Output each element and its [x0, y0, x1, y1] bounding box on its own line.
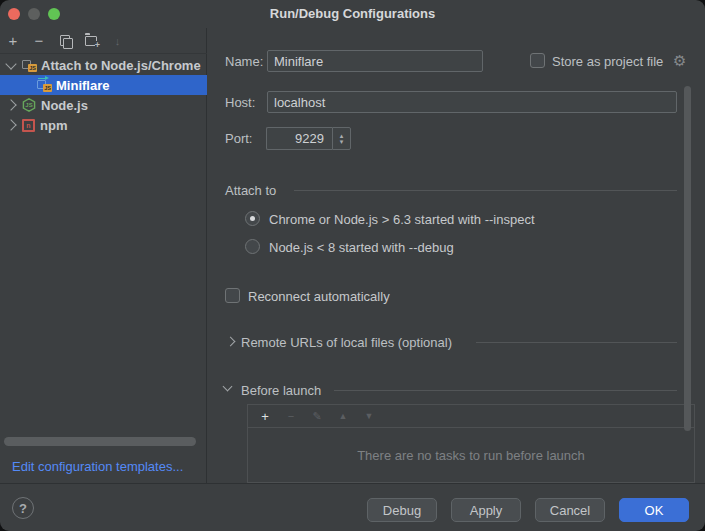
attach-to-group-label: Attach to — [225, 183, 276, 198]
move-up-icon: ▲ — [330, 411, 356, 421]
npm-icon: n — [22, 119, 35, 132]
store-as-project-file-label: Store as project file — [552, 54, 663, 69]
attach-config-icon: JS — [22, 58, 37, 72]
port-spinner: ▴ ▾ — [266, 127, 351, 150]
remove-configuration-icon[interactable]: − — [26, 30, 52, 52]
port-input[interactable] — [266, 127, 332, 150]
port-label: Port: — [225, 131, 252, 146]
dialog-footer: ? Debug Apply Cancel OK — [0, 483, 705, 531]
configuration-form: Name: Store as project file ⚙ Host: Port… — [208, 28, 705, 483]
name-label: Name: — [225, 54, 263, 69]
radio-chrome-inspect[interactable] — [245, 211, 260, 226]
tree-item-label: npm — [40, 118, 67, 133]
remote-urls-section-label[interactable]: Remote URLs of local files (optional) — [241, 335, 452, 350]
apply-button[interactable]: Apply — [451, 498, 521, 522]
attach-config-icon: JS — [37, 78, 52, 92]
tree-item-label: Node.js — [41, 98, 88, 113]
move-down-icon: ▼ — [356, 411, 382, 421]
copy-configuration-icon[interactable] — [52, 30, 78, 52]
new-folder-icon[interactable]: + — [78, 30, 104, 52]
footer-buttons: Debug Apply Cancel OK — [367, 498, 689, 522]
edit-configuration-templates-link[interactable]: Edit configuration templates... — [12, 459, 183, 474]
tree-item-label: Attach to Node.js/Chrome — [41, 58, 201, 73]
tree-item-npm[interactable]: n npm — [0, 115, 207, 135]
chevron-right-icon[interactable] — [5, 119, 16, 130]
before-launch-toolbar: + − ✎ ▲ ▼ — [248, 405, 694, 428]
radio-node-debug-label: Node.js < 8 started with --debug — [269, 240, 454, 255]
tree-item-miniflare[interactable]: JS Miniflare — [0, 75, 207, 95]
section-separator — [294, 190, 677, 191]
help-button[interactable]: ? — [12, 497, 34, 519]
chevron-down-icon[interactable] — [5, 58, 16, 69]
stepper-down-icon[interactable]: ▾ — [340, 139, 344, 145]
ok-button[interactable]: OK — [619, 498, 689, 522]
before-launch-section-label[interactable]: Before launch — [241, 383, 321, 398]
section-separator — [334, 390, 677, 391]
nodejs-icon: JS — [22, 98, 36, 112]
dialog-title: Run/Debug Configurations — [0, 6, 705, 21]
name-input[interactable] — [267, 50, 483, 72]
vertical-scrollbar[interactable] — [684, 86, 691, 431]
edit-task-icon: ✎ — [304, 410, 330, 423]
host-input[interactable] — [267, 91, 677, 113]
before-launch-tasks-panel: + − ✎ ▲ ▼ There are no tasks to run befo… — [247, 404, 695, 483]
sidebar-toolbar: + − + ↓ — [0, 28, 207, 54]
titlebar: Run/Debug Configurations — [0, 0, 705, 28]
tree-item-label: Miniflare — [56, 78, 109, 93]
tree-item-attach-group[interactable]: JS Attach to Node.js/Chrome — [0, 55, 207, 75]
no-tasks-message: There are no tasks to run before launch — [248, 428, 694, 482]
cancel-button[interactable]: Cancel — [535, 498, 605, 522]
horizontal-scrollbar[interactable] — [4, 437, 196, 446]
sort-configurations-icon: ↓ — [104, 30, 130, 52]
run-debug-configurations-dialog: Run/Debug Configurations + − + ↓ JS Atta… — [0, 0, 705, 531]
folder-icon: + — [85, 36, 97, 46]
remove-task-icon: − — [278, 410, 304, 422]
debug-button[interactable]: Debug — [367, 498, 437, 522]
configurations-tree: JS Attach to Node.js/Chrome JS Miniflare… — [0, 55, 207, 135]
port-stepper[interactable]: ▴ ▾ — [332, 127, 351, 150]
configurations-sidebar: + − + ↓ JS Attach to Node.js/Chrome JS M… — [0, 28, 207, 483]
chevron-down-icon[interactable] — [223, 382, 233, 392]
radio-node-debug[interactable] — [245, 239, 260, 254]
reconnect-automatically-checkbox[interactable] — [225, 288, 240, 303]
tree-item-nodejs[interactable]: JS Node.js — [0, 95, 207, 115]
add-configuration-icon[interactable]: + — [0, 30, 26, 52]
chevron-right-icon[interactable] — [5, 99, 16, 110]
gear-icon[interactable]: ⚙ — [673, 52, 686, 70]
reconnect-automatically-label: Reconnect automatically — [248, 289, 390, 304]
store-as-project-file-checkbox[interactable] — [530, 53, 545, 68]
section-separator — [476, 342, 677, 343]
radio-chrome-inspect-label: Chrome or Node.js > 6.3 started with --i… — [269, 212, 535, 227]
add-task-icon[interactable]: + — [252, 409, 278, 424]
chevron-right-icon[interactable] — [226, 337, 236, 347]
host-label: Host: — [225, 95, 255, 110]
copy-icon — [60, 35, 71, 47]
